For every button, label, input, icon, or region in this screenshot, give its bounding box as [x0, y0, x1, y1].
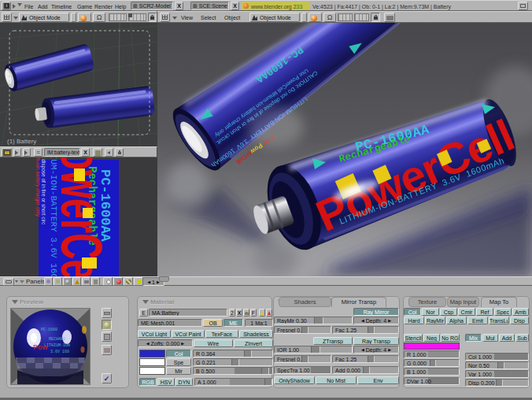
svg-text:3.6V 160: 3.6V 160 — [50, 350, 69, 354]
svg-text:RECHARG: RECHARG — [49, 337, 65, 342]
svg-text:Pow: Pow — [33, 343, 49, 351]
svg-text:PC-1600: PC-1600 — [41, 328, 57, 332]
svg-text:Cell lithium-ion battery charg: Cell lithium-ion battery charger only — [35, 157, 41, 217]
svg-text:HIUM-ION-BATTERY 3.6V 16OO: HIUM-ION-BATTERY 3.6V 16OO — [49, 157, 58, 276]
svg-text:LITHIUM-ION: LITHIUM-ION — [44, 343, 70, 348]
svg-text:(1) Battery: (1) Battery — [7, 138, 36, 145]
